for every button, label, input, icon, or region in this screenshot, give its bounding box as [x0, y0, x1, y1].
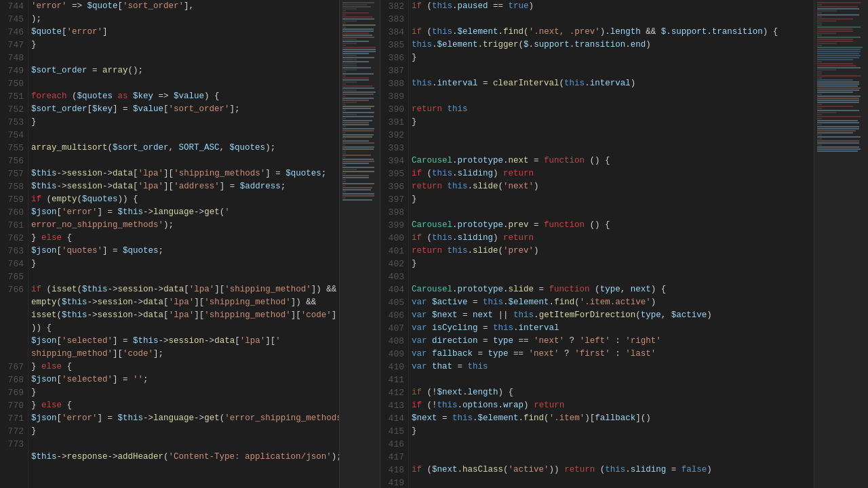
code-line: return this.slide('next')	[412, 180, 811, 193]
code-line: error_no_shipping_methods');	[31, 219, 336, 232]
left-line-numbers: 744 745 746 747 748 749 750 751 752 753 …	[0, 0, 28, 488]
code-line: var $active = this.$element.find('.item.…	[412, 296, 811, 309]
code-line: } else {	[31, 399, 336, 412]
right-line-numbers: 382 383 384 385 386 387 388 389 390 391 …	[380, 0, 409, 488]
code-line: }	[31, 39, 336, 52]
code-line: var direction = type == 'next' ? 'left' …	[412, 335, 811, 348]
code-line: }	[412, 258, 811, 270]
code-line: if (empty($quotes)) {	[31, 193, 336, 206]
code-line: $this->session->data['lpa']['shipping_me…	[31, 167, 336, 180]
left-minimap	[339, 0, 380, 488]
code-line: if (isset($this->session->data['lpa']['s…	[31, 283, 336, 296]
code-line: }	[412, 52, 811, 64]
right-code-panel: 382 383 384 385 386 387 388 389 390 391 …	[380, 0, 814, 488]
code-line: $sort_order[$key] = $value['sort_order']…	[31, 103, 336, 116]
code-line	[412, 438, 811, 451]
code-line: isset($this->session->data['lpa']['shipp…	[31, 309, 336, 322]
code-line: }	[31, 386, 336, 399]
code-line: $quote['error']	[31, 26, 336, 39]
right-minimap	[814, 0, 868, 488]
code-line: $this->response->addHeader('Content-Type…	[31, 451, 336, 464]
code-line	[31, 129, 336, 142]
code-editor: 744 745 746 747 748 749 750 751 752 753 …	[0, 0, 868, 488]
code-line	[412, 64, 811, 77]
code-line: var that = this	[412, 361, 811, 373]
left-code-panel: 744 745 746 747 748 749 750 751 752 753 …	[0, 0, 339, 488]
code-line: $sort_order = array();	[31, 64, 336, 77]
right-code-content: if (this.paused == true) if (this.$eleme…	[409, 0, 814, 488]
code-line: }	[412, 116, 811, 129]
code-line	[31, 438, 336, 451]
code-line	[31, 270, 336, 283]
code-line: if (this.$element.find('.next, .prev').l…	[412, 26, 811, 39]
code-line: if (this.paused == true)	[412, 0, 811, 13]
code-line: Carousel.prototype.next = function () {	[412, 155, 811, 167]
code-line	[412, 373, 811, 386]
code-line: }	[31, 425, 336, 438]
code-line: $next = this.$element.find('.item')[fall…	[412, 412, 811, 425]
code-line	[412, 451, 811, 464]
code-line: empty($this->session->data['lpa']['shipp…	[31, 296, 336, 309]
code-line: if (!$next.length) {	[412, 386, 811, 399]
code-line: $json['selected'] = $this->session->data…	[31, 335, 336, 348]
code-line	[412, 90, 811, 103]
code-line: var isCycling = this.interval	[412, 322, 811, 335]
code-line: }	[412, 193, 811, 206]
code-line: $json['selected'] = '';	[31, 373, 336, 386]
code-line	[412, 270, 811, 283]
code-line: } else {	[31, 232, 336, 245]
code-line	[412, 129, 811, 142]
code-line: } else {	[31, 361, 336, 373]
code-line: Carousel.prototype.prev = function () {	[412, 219, 811, 232]
code-line: }	[31, 116, 336, 129]
code-line	[31, 52, 336, 64]
code-line: array_multisort($sort_order, SORT_ASC, $…	[31, 142, 336, 155]
code-line: foreach ($quotes as $key => $value) {	[31, 90, 336, 103]
code-line: var $next = next || this.getItemForDirec…	[412, 309, 811, 322]
code-line: shipping_method']['code'];	[31, 348, 336, 361]
code-line: if (!this.options.wrap) return	[412, 399, 811, 412]
code-line: );	[31, 13, 336, 26]
code-line	[412, 476, 811, 488]
code-line: Carousel.prototype.slide = function (typ…	[412, 283, 811, 296]
code-line	[31, 77, 336, 90]
code-line: return this.slide('prev')	[412, 245, 811, 258]
code-line: $json['error'] = $this->language->get('	[31, 206, 336, 219]
code-line: if (this.sliding) return	[412, 167, 811, 180]
code-line: if (this.sliding) return	[412, 232, 811, 245]
code-line	[412, 13, 811, 26]
code-line	[31, 155, 336, 167]
code-line: 'error' => $quote['sort_order'],	[31, 0, 336, 13]
code-line: if ($next.hasClass('active')) return (th…	[412, 464, 811, 476]
code-line	[412, 206, 811, 219]
code-line: }	[31, 258, 336, 270]
code-line: )) {	[31, 322, 336, 335]
code-line: }	[412, 425, 811, 438]
left-code-content: 'error' => $quote['sort_order'], ); $quo…	[28, 0, 339, 488]
code-line: $json['quotes'] = $quotes;	[31, 245, 336, 258]
code-line: $this->session->data['lpa']['address'] =…	[31, 180, 336, 193]
code-line	[412, 142, 811, 155]
code-line: var fallback = type == 'next' ? 'first' …	[412, 348, 811, 361]
code-line: $json['error'] = $this->language->get('e…	[31, 412, 336, 425]
code-line: this.interval = clearInterval(this.inter…	[412, 77, 811, 90]
code-line: this.$element.trigger($.support.transiti…	[412, 39, 811, 52]
code-line: return this	[412, 103, 811, 116]
